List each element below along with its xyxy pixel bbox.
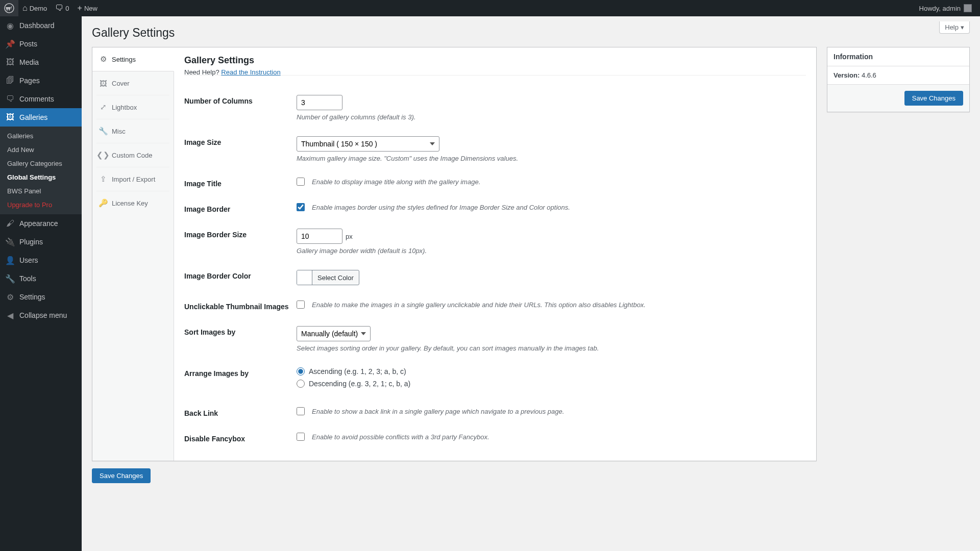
border-size-desc: Gallery image border width (default is 1…	[297, 247, 806, 255]
account-link[interactable]: Howdy, admin	[915, 0, 976, 16]
media-icon: 🖾	[5, 57, 15, 67]
save-changes-button[interactable]: Save Changes	[92, 468, 151, 483]
wp-logo[interactable]	[0, 0, 18, 16]
site-link[interactable]: ⌂ Demo	[18, 0, 51, 16]
pin-icon: 📌	[5, 39, 15, 49]
select-color-button[interactable]: Select Color	[312, 272, 359, 284]
submenu-global-settings[interactable]: Global Settings	[0, 170, 82, 184]
sort-desc: Select images sorting order in your gall…	[297, 344, 806, 352]
tab-settings[interactable]: ⚙Settings	[92, 47, 174, 71]
gallery-icon: 🖼	[5, 112, 15, 122]
admin-menu: ◉Dashboard 📌Posts 🖾Media 🗐Pages 🗨Comment…	[0, 16, 82, 493]
menu-media[interactable]: 🖾Media	[0, 53, 82, 71]
comment-icon: 🗨	[55, 4, 63, 13]
image-title-label: Image Title	[184, 178, 297, 188]
columns-input[interactable]	[297, 95, 342, 110]
menu-settings[interactable]: ⚙Settings	[0, 288, 82, 306]
menu-comments[interactable]: 🗨Comments	[0, 90, 82, 108]
home-icon: ⌂	[22, 4, 28, 13]
image-size-select[interactable]: Thumbnail ( 150 × 150 )	[297, 136, 439, 152]
help-tab-button[interactable]: Help▾	[939, 21, 970, 34]
comment-count: 0	[65, 5, 69, 12]
wrench-icon: 🔧	[99, 127, 108, 136]
tab-lightbox[interactable]: ⤢Lightbox	[92, 95, 174, 119]
page-title: Gallery Settings	[92, 21, 175, 42]
tab-import-export[interactable]: ⇪Import / Export	[92, 167, 174, 191]
chevron-down-icon: ▾	[961, 23, 964, 31]
submenu-galleries: Galleries Add New Gallery Categories Glo…	[0, 127, 82, 214]
disable-fancybox-label: Disable Fancybox	[184, 433, 297, 443]
image-icon: 🖼	[99, 79, 108, 88]
tab-custom-code[interactable]: ❮❯Custom Code	[92, 143, 174, 167]
unclickable-desc: Enable to make the images in a single ga…	[312, 301, 646, 309]
unclickable-label: Unclickable Thumbnail Images	[184, 300, 297, 311]
menu-pages[interactable]: 🗐Pages	[0, 71, 82, 90]
wrench-icon: 🔧	[5, 273, 15, 284]
avatar-icon	[964, 4, 972, 12]
submenu-add-new[interactable]: Add New	[0, 143, 82, 157]
arrange-asc-radio[interactable]	[297, 367, 305, 375]
page-icon: 🗐	[5, 76, 15, 86]
site-name: Demo	[30, 5, 47, 12]
tab-misc[interactable]: 🔧Misc	[92, 119, 174, 143]
settings-panel: ⚙Settings 🖼Cover ⤢Lightbox 🔧Misc ❮❯Custo…	[92, 47, 817, 461]
image-border-checkbox[interactable]	[297, 203, 305, 211]
submenu-upgrade[interactable]: Upgrade to Pro	[0, 198, 82, 212]
border-color-picker[interactable]: Select Color	[297, 270, 359, 285]
image-title-checkbox[interactable]	[297, 178, 305, 186]
border-size-input[interactable]	[297, 229, 342, 244]
columns-desc: Number of gallery columns (default is 3)…	[297, 113, 806, 121]
collapse-icon: ◀	[5, 310, 15, 320]
admin-bar: ⌂ Demo 🗨 0 + New Howdy, admin	[0, 0, 980, 16]
dashboard-icon: ◉	[5, 20, 15, 31]
info-heading: Information	[827, 47, 969, 66]
howdy-text: Howdy, admin	[919, 5, 961, 12]
menu-collapse[interactable]: ◀Collapse menu	[0, 306, 82, 324]
unclickable-checkbox[interactable]	[297, 300, 305, 309]
plug-icon: 🔌	[5, 237, 15, 247]
read-instruction-link[interactable]: Read the Instruction	[221, 68, 280, 76]
key-icon: 🔑	[99, 198, 108, 208]
menu-galleries[interactable]: 🖼Galleries	[0, 108, 82, 127]
color-swatch	[297, 270, 312, 285]
border-color-label: Image Border Color	[184, 270, 297, 285]
info-save-button[interactable]: Save Changes	[904, 91, 963, 106]
disable-fancybox-checkbox[interactable]	[297, 433, 305, 441]
tab-license[interactable]: 🔑License Key	[92, 191, 174, 215]
menu-plugins[interactable]: 🔌Plugins	[0, 233, 82, 251]
code-icon: ❮❯	[99, 151, 108, 160]
image-title-desc: Enable to display image title along with…	[312, 178, 480, 186]
backlink-label: Back Link	[184, 407, 297, 417]
wordpress-icon	[4, 3, 14, 13]
page-wrap: Gallery Settings Help▾ ⚙Settings 🖼Cover …	[82, 16, 980, 493]
backlink-desc: Enable to show a back link in a single g…	[312, 408, 564, 415]
border-size-label: Image Border Size	[184, 229, 297, 255]
submenu-categories[interactable]: Gallery Categories	[0, 157, 82, 170]
submenu-galleries-list[interactable]: Galleries	[0, 129, 82, 143]
version-label: Version:	[834, 71, 860, 79]
menu-tools[interactable]: 🔧Tools	[0, 269, 82, 288]
image-size-label: Image Size	[184, 136, 297, 162]
backlink-checkbox[interactable]	[297, 407, 305, 415]
menu-posts[interactable]: 📌Posts	[0, 35, 82, 53]
submenu-bws-panel[interactable]: BWS Panel	[0, 184, 82, 198]
sort-select[interactable]: Manually (default)	[297, 326, 371, 341]
menu-appearance[interactable]: 🖌Appearance	[0, 214, 82, 233]
comments-link[interactable]: 🗨 0	[51, 0, 73, 16]
expand-icon: ⤢	[99, 103, 108, 112]
new-link[interactable]: + New	[74, 0, 102, 16]
menu-dashboard[interactable]: ◉Dashboard	[0, 16, 82, 35]
settings-tabs: ⚙Settings 🖼Cover ⤢Lightbox 🔧Misc ❮❯Custo…	[92, 47, 174, 461]
tab-cover[interactable]: 🖼Cover	[92, 71, 174, 95]
version-value: 4.6.6	[862, 71, 876, 79]
arrange-desc-radio[interactable]	[297, 380, 305, 388]
comments-icon: 🗨	[5, 94, 15, 104]
settings-form: Gallery Settings Need Help? Read the Ins…	[174, 47, 816, 461]
info-box: Information Version: 4.6.6 Save Changes	[827, 47, 970, 112]
menu-users[interactable]: 👤Users	[0, 251, 82, 269]
disable-fancybox-desc: Enable to avoid possible conflicts with …	[312, 433, 489, 441]
gear-icon: ⚙	[99, 55, 108, 64]
user-icon: 👤	[5, 255, 15, 265]
columns-label: Number of Columns	[184, 95, 297, 121]
new-label: New	[84, 5, 97, 12]
